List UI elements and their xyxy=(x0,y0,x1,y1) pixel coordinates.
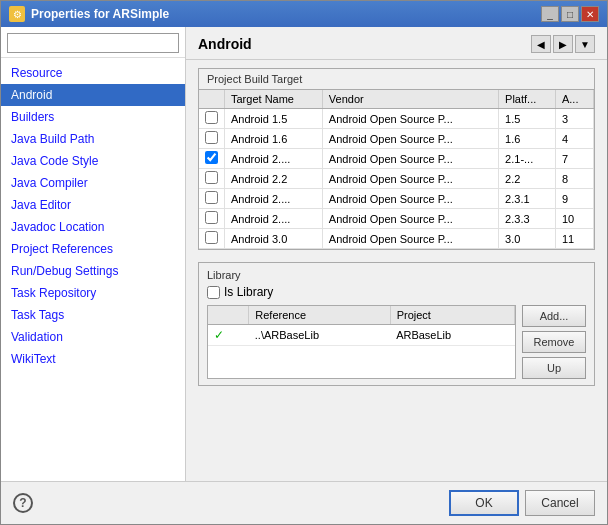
table-row[interactable]: Android 1.6Android Open Source P...1.64 xyxy=(199,129,594,149)
sidebar-item-run-debug[interactable]: Run/Debug Settings xyxy=(1,260,185,282)
col-vendor: Vendor xyxy=(322,90,498,109)
row-name: Android 1.5 xyxy=(225,109,323,129)
minimize-button[interactable]: _ xyxy=(541,6,559,22)
sidebar-item-resource[interactable]: Resource xyxy=(1,62,185,84)
row-checkbox[interactable] xyxy=(205,151,218,164)
lib-table-row[interactable]: ✓..\ARBaseLibARBaseLib xyxy=(208,325,515,346)
sidebar-search-input[interactable] xyxy=(7,33,179,53)
sidebar-item-task-repository[interactable]: Task Repository xyxy=(1,282,185,304)
row-checkbox-cell xyxy=(199,229,225,249)
row-api: 10 xyxy=(555,209,593,229)
table-row[interactable]: Android 2....Android Open Source P...2.1… xyxy=(199,149,594,169)
close-button[interactable]: ✕ xyxy=(581,6,599,22)
row-api: 8 xyxy=(555,169,593,189)
row-checkbox-cell xyxy=(199,169,225,189)
row-vendor: Android Open Source P... xyxy=(322,229,498,249)
sidebar-list: ResourceAndroidBuildersJava Build PathJa… xyxy=(1,58,185,481)
table-row[interactable]: Android 1.5Android Open Source P...1.53 xyxy=(199,109,594,129)
row-vendor: Android Open Source P... xyxy=(322,109,498,129)
row-checkbox[interactable] xyxy=(205,171,218,184)
lib-checkmark-icon: ✓ xyxy=(214,328,224,342)
title-bar-left: ⚙ Properties for ARSimple xyxy=(9,6,169,22)
lib-project: ARBaseLib xyxy=(390,325,514,346)
row-vendor: Android Open Source P... xyxy=(322,209,498,229)
remove-button[interactable]: Remove xyxy=(522,331,586,353)
sidebar-search-area xyxy=(1,27,185,58)
row-checkbox[interactable] xyxy=(205,211,218,224)
is-library-row: Is Library xyxy=(207,285,586,299)
is-library-checkbox[interactable] xyxy=(207,286,220,299)
sidebar-item-java-build-path[interactable]: Java Build Path xyxy=(1,128,185,150)
row-vendor: Android Open Source P... xyxy=(322,129,498,149)
row-api: 9 xyxy=(555,189,593,209)
row-name: Android 2.... xyxy=(225,189,323,209)
add-button[interactable]: Add... xyxy=(522,305,586,327)
row-api: 3 xyxy=(555,109,593,129)
table-row[interactable]: Android 2....Android Open Source P...2.3… xyxy=(199,209,594,229)
title-bar: ⚙ Properties for ARSimple _ □ ✕ xyxy=(1,1,607,27)
lib-col-check xyxy=(208,306,249,325)
sidebar-item-android[interactable]: Android xyxy=(1,84,185,106)
row-checkbox[interactable] xyxy=(205,131,218,144)
row-platform: 2.1-... xyxy=(499,149,556,169)
row-checkbox[interactable] xyxy=(205,111,218,124)
nav-back-button[interactable]: ◀ xyxy=(531,35,551,53)
library-section-title: Library xyxy=(207,269,586,281)
sidebar: ResourceAndroidBuildersJava Build PathJa… xyxy=(1,27,186,481)
library-table-container: Reference Project ✓..\ARBaseLibARBaseLib xyxy=(207,305,516,379)
maximize-button[interactable]: □ xyxy=(561,6,579,22)
sidebar-item-builders[interactable]: Builders xyxy=(1,106,185,128)
row-platform: 2.3.1 xyxy=(499,189,556,209)
sidebar-item-validation[interactable]: Validation xyxy=(1,326,185,348)
lib-row-check-cell: ✓ xyxy=(208,325,249,346)
row-platform: 2.3.3 xyxy=(499,209,556,229)
window-icon: ⚙ xyxy=(9,6,25,22)
row-checkbox[interactable] xyxy=(205,191,218,204)
sidebar-item-java-code-style[interactable]: Java Code Style xyxy=(1,150,185,172)
nav-forward-button[interactable]: ▶ xyxy=(553,35,573,53)
table-row[interactable]: Android 2....Android Open Source P...2.3… xyxy=(199,189,594,209)
is-library-label: Is Library xyxy=(224,285,273,299)
row-api: 11 xyxy=(555,229,593,249)
main-window: ⚙ Properties for ARSimple _ □ ✕ Resource… xyxy=(0,0,608,525)
sidebar-item-wikitext[interactable]: WikiText xyxy=(1,348,185,370)
nav-dropdown-button[interactable]: ▼ xyxy=(575,35,595,53)
sidebar-item-java-compiler[interactable]: Java Compiler xyxy=(1,172,185,194)
sidebar-item-task-tags[interactable]: Task Tags xyxy=(1,304,185,326)
sidebar-item-javadoc-location[interactable]: Javadoc Location xyxy=(1,216,185,238)
main-content: Project Build Target Target Name Vendor … xyxy=(186,60,607,481)
library-table: Reference Project ✓..\ARBaseLibARBaseLib xyxy=(208,306,515,346)
content-area: ResourceAndroidBuildersJava Build PathJa… xyxy=(1,27,607,481)
sidebar-item-java-editor[interactable]: Java Editor xyxy=(1,194,185,216)
ok-button[interactable]: OK xyxy=(449,490,519,516)
row-checkbox-cell xyxy=(199,109,225,129)
up-button[interactable]: Up xyxy=(522,357,586,379)
build-target-table: Target Name Vendor Platf... A... Android… xyxy=(199,90,594,249)
cancel-button[interactable]: Cancel xyxy=(525,490,595,516)
col-platform: Platf... xyxy=(499,90,556,109)
row-platform: 3.0 xyxy=(499,229,556,249)
row-api: 4 xyxy=(555,129,593,149)
library-section: Library Is Library Reference xyxy=(198,262,595,386)
footer-buttons: OK Cancel xyxy=(449,490,595,516)
library-table-area: Reference Project ✓..\ARBaseLibARBaseLib… xyxy=(207,305,586,379)
lib-col-reference: Reference xyxy=(249,306,390,325)
row-checkbox-cell xyxy=(199,149,225,169)
table-row[interactable]: Android 2.2Android Open Source P...2.28 xyxy=(199,169,594,189)
row-vendor: Android Open Source P... xyxy=(322,149,498,169)
table-row[interactable]: Android 3.0Android Open Source P...3.011 xyxy=(199,229,594,249)
row-vendor: Android Open Source P... xyxy=(322,189,498,209)
row-platform: 1.5 xyxy=(499,109,556,129)
window-title: Properties for ARSimple xyxy=(31,7,169,21)
row-checkbox[interactable] xyxy=(205,231,218,244)
row-vendor: Android Open Source P... xyxy=(322,169,498,189)
build-target-header: Project Build Target xyxy=(199,69,594,90)
sidebar-item-project-references[interactable]: Project References xyxy=(1,238,185,260)
help-button[interactable]: ? xyxy=(13,493,33,513)
col-target-name: Target Name xyxy=(225,90,323,109)
row-platform: 1.6 xyxy=(499,129,556,149)
build-target-section: Project Build Target Target Name Vendor … xyxy=(198,68,595,250)
row-checkbox-cell xyxy=(199,189,225,209)
row-platform: 2.2 xyxy=(499,169,556,189)
lib-col-project: Project xyxy=(390,306,514,325)
